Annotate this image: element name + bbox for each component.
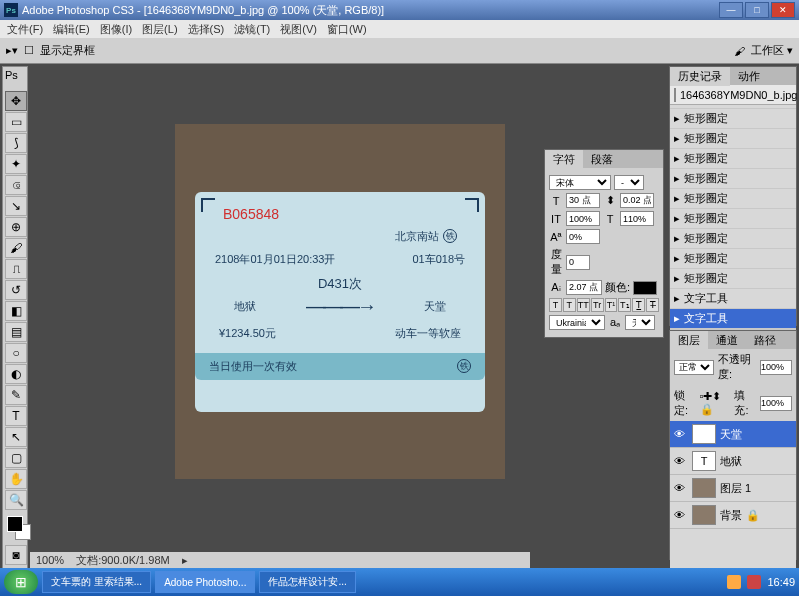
language-select[interactable]: Ukrainian [549, 315, 605, 330]
allcaps-button[interactable]: TT [577, 298, 590, 312]
italic-button[interactable]: T [563, 298, 576, 312]
strike-button[interactable]: T̶ [646, 298, 659, 312]
history-item[interactable]: ▸矩形圈定 [670, 109, 796, 129]
history-item[interactable]: ▸矩形圈定 [670, 149, 796, 169]
font-size-input[interactable] [566, 193, 600, 208]
font-family-select[interactable]: 宋体 [549, 175, 611, 190]
history-item[interactable]: ▸矩形圈定 [670, 209, 796, 229]
history-snapshot[interactable]: 1646368YM9DN0_b.jpg [670, 85, 796, 105]
shape-tool[interactable]: ▢ [5, 448, 27, 468]
tab-channels[interactable]: 通道 [708, 331, 746, 350]
lock-buttons[interactable]: ▫✚⬍🔒 [700, 390, 731, 416]
document-window[interactable]: B065848 北京南站 铁 2108年01月01日20:33开 01车018号… [175, 124, 505, 479]
marquee-tool[interactable]: ▭ [5, 112, 27, 132]
history-item[interactable]: ▸矩形圈定 [670, 249, 796, 269]
superscript-button[interactable]: T¹ [605, 298, 618, 312]
history-item[interactable]: ▸矩形圈定 [670, 129, 796, 149]
path-tool[interactable]: ↖ [5, 427, 27, 447]
start-button[interactable]: ⊞ [4, 570, 38, 594]
visibility-icon[interactable]: 👁 [674, 455, 688, 467]
tab-actions[interactable]: 动作 [730, 67, 768, 86]
quickmask-tool[interactable]: ◙ [5, 545, 27, 565]
kern-input[interactable] [566, 255, 590, 270]
brush-tool[interactable]: 🖌 [5, 238, 27, 258]
type-tool[interactable]: T [5, 406, 27, 426]
text-color-swatch[interactable] [633, 281, 657, 295]
shift-input[interactable] [566, 280, 602, 295]
hand-tool[interactable]: ✋ [5, 469, 27, 489]
leading-input[interactable] [620, 193, 654, 208]
underline-button[interactable]: T̲ [632, 298, 645, 312]
tray-icon[interactable] [747, 575, 761, 589]
font-style-select[interactable]: - [614, 175, 644, 190]
system-tray[interactable]: 16:49 [727, 575, 795, 589]
taskbar-task[interactable]: Adobe Photosho... [155, 571, 255, 593]
blend-mode-select[interactable]: 正常 [674, 360, 714, 375]
workspace-menu[interactable]: 工作区 ▾ [751, 43, 793, 58]
history-item[interactable]: ▸矩形圈定 [670, 189, 796, 209]
baseline-input[interactable] [566, 229, 600, 244]
layer-row[interactable]: 👁图层 1 [670, 475, 796, 502]
pen-tool[interactable]: ✎ [5, 385, 27, 405]
canvas[interactable]: B065848 北京南站 铁 2108年01月01日20:33开 01车018号… [175, 124, 505, 479]
tab-paths[interactable]: 路径 [746, 331, 784, 350]
crop-tool[interactable]: ⟃ [5, 175, 27, 195]
fg-color[interactable] [7, 516, 23, 532]
zoom-tool[interactable]: 🔍 [5, 490, 27, 510]
visibility-icon[interactable]: 👁 [674, 509, 688, 521]
menu-item[interactable]: 选择(S) [185, 21, 228, 38]
stamp-tool[interactable]: ⎍ [5, 259, 27, 279]
history-item[interactable]: ▸矩形圈定 [670, 269, 796, 289]
layer-row[interactable]: 👁背景🔒 [670, 502, 796, 529]
subscript-button[interactable]: T₁ [618, 298, 631, 312]
vscale-input[interactable] [620, 211, 654, 226]
auto-select-checkbox[interactable]: ☐ [24, 44, 34, 57]
wand-tool[interactable]: ✦ [5, 154, 27, 174]
lasso-tool[interactable]: ⟆ [5, 133, 27, 153]
tab-layers[interactable]: 图层 [670, 331, 708, 350]
eyedropper-tool[interactable]: ↘ [5, 196, 27, 216]
menu-item[interactable]: 窗口(W) [324, 21, 370, 38]
layer-row[interactable]: 👁T天堂 [670, 421, 796, 448]
history-item[interactable]: ▸矩形圈定 [670, 229, 796, 249]
visibility-icon[interactable]: 👁 [674, 482, 688, 494]
menu-item[interactable]: 图层(L) [139, 21, 180, 38]
history-item[interactable]: ▸文字工具 [670, 309, 796, 329]
dodge-tool[interactable]: ◐ [5, 364, 27, 384]
tool-preset-icon[interactable]: ▸▾ [6, 44, 18, 57]
tab-character[interactable]: 字符 [545, 150, 583, 169]
color-swatches[interactable] [5, 514, 25, 544]
tray-icon[interactable] [727, 575, 741, 589]
taskbar-task[interactable]: 文车票的 里索结果... [42, 571, 151, 593]
heal-tool[interactable]: ⊕ [5, 217, 27, 237]
history-item[interactable]: ▸矩形圈定 [670, 169, 796, 189]
menu-item[interactable]: 图像(I) [97, 21, 135, 38]
zoom-level[interactable]: 100% [36, 554, 64, 566]
eraser-tool[interactable]: ◧ [5, 301, 27, 321]
menu-item[interactable]: 编辑(E) [50, 21, 93, 38]
antialias-select[interactable]: 无 [625, 315, 655, 330]
gradient-tool[interactable]: ▤ [5, 322, 27, 342]
tab-paragraph[interactable]: 段落 [583, 150, 621, 169]
close-button[interactable]: ✕ [771, 2, 795, 18]
menu-item[interactable]: 视图(V) [277, 21, 320, 38]
fill-input[interactable] [760, 396, 792, 411]
history-brush-tool[interactable]: ↺ [5, 280, 27, 300]
smallcaps-button[interactable]: Tr [591, 298, 604, 312]
menu-item[interactable]: 滤镜(T) [231, 21, 273, 38]
hscale-input[interactable] [566, 211, 600, 226]
tab-history[interactable]: 历史记录 [670, 67, 730, 86]
taskbar-task[interactable]: 作品怎样设计安... [259, 571, 355, 593]
menu-item[interactable]: 文件(F) [4, 21, 46, 38]
layer-row[interactable]: 👁T地狱 [670, 448, 796, 475]
opacity-input[interactable] [760, 360, 792, 375]
blur-tool[interactable]: ○ [5, 343, 27, 363]
status-menu-icon[interactable]: ▸ [182, 554, 188, 567]
minimize-button[interactable]: — [719, 2, 743, 18]
visibility-icon[interactable]: 👁 [674, 428, 688, 440]
bold-button[interactable]: T [549, 298, 562, 312]
history-item[interactable]: ▸文字工具 [670, 289, 796, 309]
maximize-button[interactable]: □ [745, 2, 769, 18]
move-tool[interactable]: ✥ [5, 91, 27, 111]
brush-icon[interactable]: 🖌 [734, 45, 745, 57]
